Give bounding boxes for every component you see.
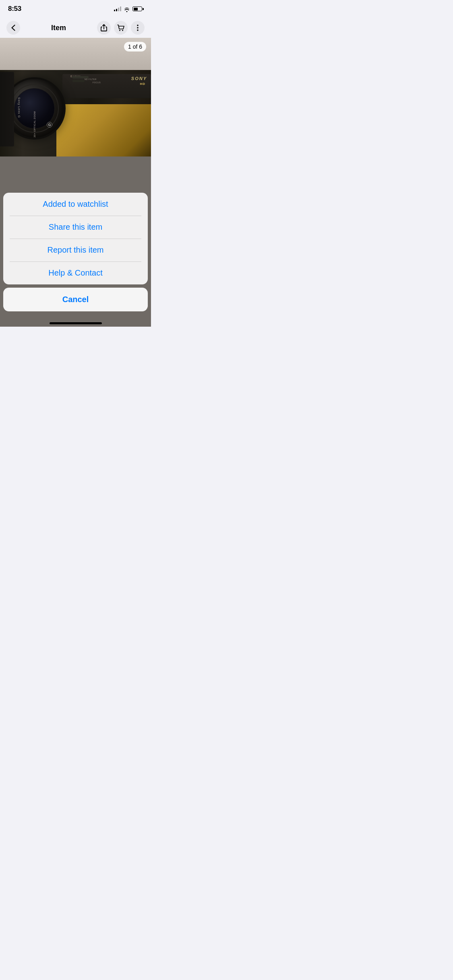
watchlist-button[interactable]: Added to watchlist bbox=[3, 193, 148, 216]
svg-point-0 bbox=[119, 30, 120, 31]
signal-icon bbox=[114, 6, 121, 11]
content-below-image: Added to watchlist Share this item Repor… bbox=[0, 156, 151, 327]
page-wrapper: 8:53 bbox=[0, 0, 151, 327]
more-button[interactable] bbox=[131, 21, 145, 35]
status-time: 8:53 bbox=[8, 5, 21, 13]
status-bar: 8:53 bbox=[0, 0, 151, 18]
nav-right-icons bbox=[97, 21, 145, 35]
product-image-container[interactable]: SONY HD Exmor 20× OPTICAL ZOOM G bbox=[0, 38, 151, 156]
main-content: SONY HD Exmor 20× OPTICAL ZOOM G bbox=[0, 38, 151, 327]
page-title: Item bbox=[51, 24, 66, 32]
action-sheet-group: Added to watchlist Share this item Repor… bbox=[3, 193, 148, 284]
svg-point-3 bbox=[137, 27, 139, 29]
cancel-button[interactable]: Cancel bbox=[3, 288, 148, 311]
nav-bar: Item bbox=[0, 18, 151, 38]
svg-point-2 bbox=[137, 25, 139, 26]
battery-icon bbox=[132, 6, 144, 11]
svg-point-1 bbox=[122, 30, 123, 31]
share-button[interactable] bbox=[97, 21, 111, 35]
cancel-group: Cancel bbox=[3, 288, 148, 311]
report-item-button[interactable]: Report this item bbox=[3, 239, 148, 261]
cart-button[interactable] bbox=[114, 21, 128, 35]
wifi-icon bbox=[124, 6, 130, 11]
svg-point-4 bbox=[137, 29, 139, 31]
back-button[interactable] bbox=[6, 21, 20, 35]
modal-overlay: Added to watchlist Share this item Repor… bbox=[0, 156, 151, 327]
image-counter: 1 of 6 bbox=[124, 42, 146, 51]
action-sheet: Added to watchlist Share this item Repor… bbox=[0, 193, 151, 315]
help-contact-button[interactable]: Help & Contact bbox=[3, 261, 148, 284]
share-item-button[interactable]: Share this item bbox=[3, 216, 148, 239]
home-indicator bbox=[50, 322, 102, 324]
status-icons bbox=[114, 6, 144, 11]
